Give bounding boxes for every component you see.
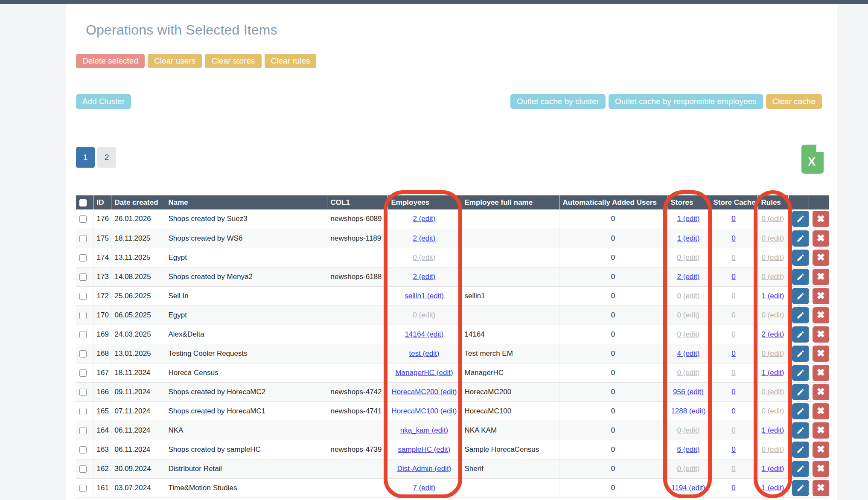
employees-edit-link[interactable]: sellin1 (edit) [405,292,444,300]
stores-edit-link[interactable]: 0 (edit) [677,426,700,434]
clear-stores-button[interactable]: Clear stores [205,54,261,68]
rules-edit-link[interactable]: 2 (edit) [762,330,784,338]
store-cache-link[interactable]: 0 [731,426,735,434]
edit-row-button[interactable] [792,384,809,400]
delete-row-button[interactable]: ✖ [813,250,830,266]
store-cache-link[interactable]: 0 [731,388,735,396]
rules-edit-link[interactable]: 0 (edit) [762,349,784,358]
delete-row-button[interactable]: ✖ [813,422,830,439]
rules-edit-link[interactable]: 1 (edit) [762,484,784,492]
delete-row-button[interactable]: ✖ [813,461,830,477]
row-checkbox[interactable] [79,254,87,262]
employees-edit-link[interactable]: nka_kam (edit) [400,426,448,434]
delete-row-button[interactable]: ✖ [813,307,830,323]
employees-edit-link[interactable]: 2 (edit) [413,273,436,281]
rules-edit-link[interactable]: 1 (edit) [762,426,784,434]
row-checkbox[interactable] [79,350,87,358]
stores-edit-link[interactable]: 6 (edit) [677,445,700,453]
edit-row-button[interactable] [792,307,809,323]
rules-edit-link[interactable]: 0 (edit) [762,273,784,281]
store-cache-link[interactable]: 0 [731,215,735,223]
rules-edit-link[interactable]: 1 (edit) [762,369,784,377]
delete-row-button[interactable]: ✖ [813,211,830,227]
store-cache-link[interactable]: 0 [731,330,735,338]
rules-edit-link[interactable]: 0 (edit) [762,215,784,223]
stores-edit-link[interactable]: 0 (edit) [677,465,700,473]
outlet-cache-by-cluster-button[interactable]: Outlet cache by cluster [510,94,606,109]
delete-row-button[interactable]: ✖ [813,346,830,362]
employees-edit-link[interactable]: test (edit) [409,349,440,358]
edit-row-button[interactable] [792,288,809,304]
row-checkbox[interactable] [79,369,87,377]
delete-row-button[interactable]: ✖ [813,230,830,247]
outlet-cache-by-responsible-employees-button[interactable]: Outlet cache by responsible employees [609,94,763,109]
store-cache-link[interactable]: 0 [731,407,735,415]
edit-row-button[interactable] [792,422,809,439]
rules-edit-link[interactable]: 1 (edit) [762,292,784,300]
row-checkbox[interactable] [79,465,87,473]
page-button-2[interactable]: 2 [97,147,116,168]
stores-edit-link[interactable]: 0 (edit) [677,330,700,338]
rules-edit-link[interactable]: 0 (edit) [762,445,784,453]
edit-row-button[interactable] [792,269,809,285]
select-all-checkbox[interactable] [79,199,87,206]
row-checkbox[interactable] [79,485,87,492]
edit-row-button[interactable] [792,461,809,477]
delete-row-button[interactable]: ✖ [813,403,830,419]
employees-edit-link[interactable]: HorecaMC100 (edit) [391,407,457,415]
store-cache-link[interactable]: 0 [731,311,735,319]
employees-edit-link[interactable]: ManagerHC (edit) [395,369,453,377]
row-checkbox[interactable] [79,389,87,396]
stores-edit-link[interactable]: 2 (edit) [677,273,700,281]
row-checkbox[interactable] [79,331,87,338]
row-checkbox[interactable] [79,408,87,415]
employees-edit-link[interactable]: 7 (edit) [413,484,436,492]
delete-row-button[interactable]: ✖ [813,442,830,458]
edit-row-button[interactable] [792,480,809,496]
edit-row-button[interactable] [792,365,809,381]
row-checkbox[interactable] [79,215,87,223]
stores-edit-link[interactable]: 0 (edit) [677,253,700,262]
employees-edit-link[interactable]: 14164 (edit) [405,330,444,338]
rules-edit-link[interactable]: 0 (edit) [762,253,784,262]
delete-selected-button[interactable]: Delete selected [76,54,145,68]
stores-edit-link[interactable]: 0 (edit) [677,369,700,377]
store-cache-link[interactable]: 0 [731,253,735,262]
rules-edit-link[interactable]: 1 (edit) [762,465,784,473]
row-checkbox[interactable] [79,273,87,281]
edit-row-button[interactable] [792,211,809,227]
employees-edit-link[interactable]: HorecaMC200 (edit) [391,388,457,396]
stores-edit-link[interactable]: 1 (edit) [677,234,700,242]
stores-edit-link[interactable]: 1 (edit) [677,215,700,223]
rules-edit-link[interactable]: 0 (edit) [762,234,784,242]
stores-edit-link[interactable]: 1288 (edit) [671,407,705,415]
employees-edit-link[interactable]: 2 (edit) [413,234,436,242]
employees-edit-link[interactable]: 2 (edit) [413,215,436,223]
delete-row-button[interactable]: ✖ [813,384,830,400]
store-cache-link[interactable]: 0 [731,465,735,473]
row-checkbox[interactable] [79,312,87,319]
delete-row-button[interactable]: ✖ [813,480,830,496]
store-cache-link[interactable]: 0 [731,234,735,242]
row-checkbox[interactable] [79,235,87,242]
store-cache-link[interactable]: 0 [731,349,735,358]
rules-edit-link[interactable]: 0 (edit) [762,407,784,415]
employees-edit-link[interactable]: sampleHC (edit) [398,445,451,453]
edit-row-button[interactable] [792,230,809,247]
page-button-1[interactable]: 1 [76,147,95,168]
employees-edit-link[interactable]: Dist-Admin (edit) [397,465,451,473]
row-checkbox[interactable] [79,427,87,434]
rules-edit-link[interactable]: 0 (edit) [762,311,784,319]
stores-edit-link[interactable]: 0 (edit) [677,292,700,300]
clear-users-button[interactable]: Clear users [148,54,202,68]
stores-edit-link[interactable]: 4 (edit) [677,349,700,358]
delete-row-button[interactable]: ✖ [813,288,830,304]
delete-row-button[interactable]: ✖ [813,269,830,285]
clear-cache-button[interactable]: Clear cache [766,94,822,109]
store-cache-link[interactable]: 0 [731,484,735,492]
stores-edit-link[interactable]: 956 (edit) [673,388,704,396]
store-cache-link[interactable]: 0 [731,369,735,377]
delete-row-button[interactable]: ✖ [813,365,830,381]
edit-row-button[interactable] [792,403,809,419]
export-to-excel-button[interactable]: X [801,145,824,174]
